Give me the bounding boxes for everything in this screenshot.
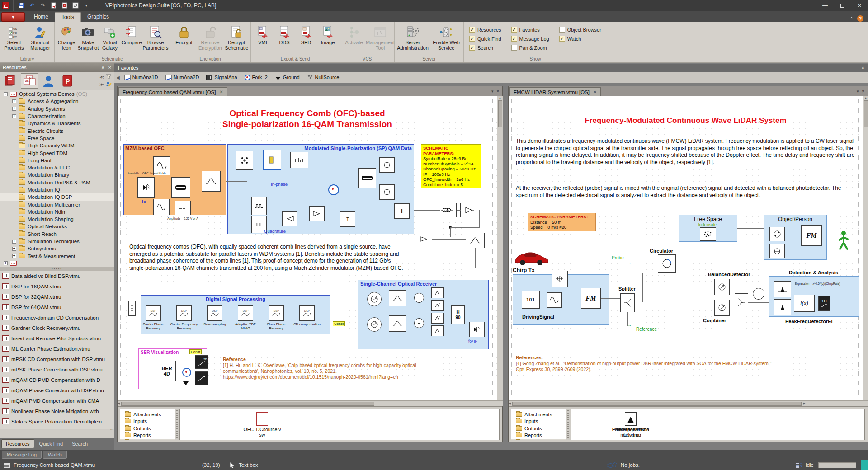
probe-label[interactable]: Probe <box>612 255 624 260</box>
free-space-channel-block[interactable] <box>700 227 716 241</box>
driving-signal-label[interactable]: DrivingSignal <box>522 314 554 320</box>
tree-item[interactable]: Modulation IQ DSP <box>0 193 114 201</box>
reference-annotation[interactable]: Reference [1] H. Hu and L. K. Oxenløwe, … <box>223 357 435 380</box>
tree-item[interactable]: Optical Networks <box>0 223 114 230</box>
pd-block-2[interactable] <box>714 300 730 316</box>
phase-shifter-block-2[interactable] <box>379 184 395 200</box>
change-icon-button[interactable]: Change Icon <box>56 23 77 51</box>
circulator-block[interactable] <box>658 254 676 273</box>
browse-parameters-button[interactable]: Browse Parameters <box>142 23 169 51</box>
folder-item[interactable]: Inputs <box>120 418 175 425</box>
filter-icon[interactable] <box>106 74 112 80</box>
demos-filter-button[interactable]: FOOS <box>21 73 38 89</box>
demo-file-item[interactable]: Gardner Clock Recovery.vtmu <box>0 323 114 333</box>
expression-annotation[interactable]: Expression = x^0.5*(c)/(ChirpRate) <box>795 282 858 286</box>
object-person-region[interactable]: Object\Person FM <box>764 215 827 260</box>
demo-file-item[interactable]: mPSK Phase Correction with DSP.vtmu <box>0 364 114 375</box>
favorite-item[interactable]: Ground <box>275 75 300 80</box>
window-menu-icon[interactable]: ▾ <box>857 89 859 94</box>
demo-file-item[interactable]: mQAM PMD Compensation with CMA <box>0 395 114 406</box>
free-space-region[interactable]: Free Space lock inside! <box>679 215 737 242</box>
demo-file-item[interactable]: DSP for 64QAM.vtmu <box>0 302 114 312</box>
tree-item[interactable]: Modulation & FEC <box>0 164 114 171</box>
resource-file-card[interactable]: OFC_DCsource.vsw <box>243 412 281 437</box>
qat-dropdown-icon[interactable]: ▾ <box>82 2 90 9</box>
const-badge[interactable]: Const <box>333 321 345 326</box>
show-checkbox[interactable]: Pan & Zoom <box>511 43 549 52</box>
mzm-ofc-region[interactable]: MZM-based OFC Linewidth = OFC_linewidth … <box>123 144 226 215</box>
encrypt-button[interactable]: Encrypt <box>171 23 197 45</box>
tree-item[interactable]: Modulation DmPSK & PAM <box>0 179 114 186</box>
dsp-stage[interactable]: DSP Downsampling <box>207 306 222 321</box>
tree-item[interactable]: Modulation Multicarrier <box>0 201 114 208</box>
folder-item[interactable]: Inputs <box>511 418 566 425</box>
reflector-block[interactable] <box>769 244 785 258</box>
coder-block[interactable] <box>263 150 281 170</box>
favorites-scroll-left-icon[interactable]: ◀ <box>116 75 120 80</box>
lidar-parameters-annotation[interactable]: SCHEMATIC PARAMETERS: Distance = 50 mSpe… <box>528 213 596 231</box>
dsp-stage[interactable]: DSP Clock Phase Recovery <box>269 306 284 321</box>
plot-1d-block[interactable]: 1D <box>818 296 830 311</box>
tree-item[interactable]: High Speed TDM <box>0 149 114 156</box>
show-checkbox[interactable]: ✓ Favorites <box>511 25 549 34</box>
settings-icon[interactable] <box>71 2 80 9</box>
make-snapshot-button[interactable]: Make Snapshot <box>77 23 99 51</box>
panel-tab[interactable]: Quick Find <box>35 440 67 448</box>
show-checkbox[interactable]: ✓ Quick Find <box>469 34 501 43</box>
panel-close-icon[interactable]: × <box>108 65 111 70</box>
tree-item[interactable]: - Optical Systems Demos (OS) <box>0 90 114 98</box>
inverter-block[interactable] <box>282 212 297 226</box>
enable-web-service-button[interactable]: Enable Web Service <box>430 23 462 51</box>
tree-item[interactable]: Short Reach <box>0 230 114 238</box>
resource-file-card[interactable]: PeakFreqDetectorEl.vtmg <box>612 412 650 437</box>
lidar-paragraph-1[interactable]: This demo illustrates a frequency-modula… <box>516 138 857 166</box>
server-administration-button[interactable]: Server Administration <box>396 23 430 51</box>
dsp-stage[interactable]: DSP Adaptive TDE MIMO <box>238 306 253 321</box>
dsp-input-block[interactable] <box>128 301 136 316</box>
ser-const-badge[interactable]: Const <box>189 349 202 354</box>
help-icon[interactable]: ? <box>857 15 863 22</box>
dds-export-button[interactable]: DDS <box>274 23 295 45</box>
mapper-block[interactable] <box>290 152 308 168</box>
mzm-modulator-block[interactable] <box>171 177 190 198</box>
fork-block[interactable] <box>328 184 339 195</box>
show-checkbox[interactable]: ✓ Resources <box>469 25 501 34</box>
print-preview-icon[interactable]: P <box>61 2 69 9</box>
photodiode-block-2[interactable] <box>367 317 382 332</box>
adc-block-3[interactable] <box>431 313 444 324</box>
subtract-block-2[interactable] <box>414 318 424 328</box>
list-scroll-down-icon[interactable]: ⌄ <box>109 427 113 431</box>
tree-item[interactable]: Electric Circuits <box>0 127 114 134</box>
demo-file-item[interactable]: mQAM CD PMD Compensation with D <box>0 375 114 385</box>
resize-grip[interactable] <box>861 460 868 470</box>
ribbon-tab[interactable]: Home <box>28 12 55 22</box>
edit-user-icon[interactable] <box>106 81 112 88</box>
favorites-close-icon[interactable]: × <box>862 65 864 70</box>
optical-filter-block[interactable] <box>202 171 221 192</box>
chirp-waveform-block[interactable] <box>547 292 562 308</box>
reference-path-label[interactable]: Reference <box>636 327 657 332</box>
combiner-plus-block[interactable]: + <box>394 203 410 219</box>
collapse-all-icon[interactable]: ≫ <box>99 82 104 87</box>
tree-item[interactable]: + Characterization <box>0 113 114 120</box>
panel-tab[interactable]: Resources <box>1 439 34 448</box>
detection-analysis-label[interactable]: Detection & Analysis <box>789 270 838 275</box>
app-logo-icon[interactable] <box>2 2 9 9</box>
user-libraries-button[interactable] <box>40 73 57 89</box>
compare-button[interactable]: Compare <box>121 23 142 45</box>
demo-file-item[interactable]: Data-aided vs Blind DSP.vtmu <box>0 271 114 281</box>
lidar-horizontal-scrollbar[interactable]: ◀▶ <box>509 400 868 406</box>
tree-item[interactable]: + Subsystems <box>0 245 114 252</box>
folder-item[interactable]: Reports <box>511 432 566 439</box>
demo-file-item[interactable]: mPSK CD Compensation with DSP.vtmu <box>0 354 114 364</box>
collapse-ribbon-icon[interactable]: ⌃ <box>850 16 854 21</box>
window-close-icon[interactable]: ✕ <box>861 89 865 94</box>
circulator-label[interactable]: Circulator <box>650 248 673 254</box>
folder-item[interactable]: Attachments <box>511 411 566 418</box>
folder-item[interactable]: Attachments <box>120 411 175 418</box>
file-menu-button[interactable]: ▼ <box>1 12 25 22</box>
tree-item[interactable]: + Access & Aggregation <box>0 98 114 105</box>
tab-frequency-comb-qam[interactable]: Frequency Comb based QAM.vtmu [OS]✕ <box>118 87 227 96</box>
ribbon-tab[interactable]: Graphics <box>81 12 115 22</box>
panel-divider[interactable] <box>567 410 569 439</box>
